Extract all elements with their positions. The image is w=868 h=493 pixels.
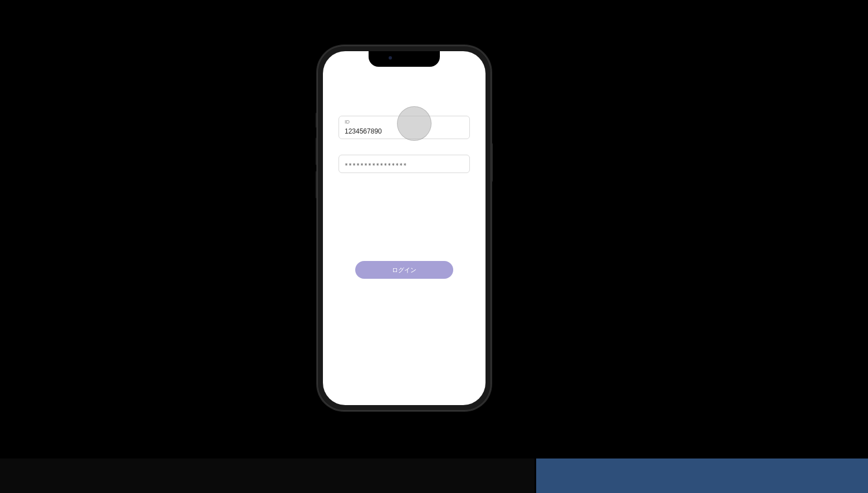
login-button[interactable]: ログイン — [355, 261, 453, 279]
id-input-group[interactable]: ID 1234567890 — [339, 116, 470, 139]
password-field[interactable]: **************** — [345, 158, 464, 170]
phone-volume-up-button — [316, 137, 317, 165]
phone-screen: ID 1234567890 **************** ログイン — [323, 51, 486, 405]
bottom-bar-right — [536, 459, 868, 493]
phone-notch — [369, 51, 440, 67]
login-form: ID 1234567890 **************** ログイン — [323, 51, 486, 279]
phone-volume-down-button — [316, 171, 317, 199]
bottom-bar-left — [0, 459, 534, 493]
password-input-group[interactable]: **************** — [339, 155, 470, 173]
camera-icon — [389, 56, 392, 60]
phone-power-button — [491, 143, 493, 182]
id-field-label: ID — [345, 119, 464, 125]
phone-side-button — [316, 112, 317, 128]
phone-device-frame: ID 1234567890 **************** ログイン — [317, 46, 491, 411]
id-field[interactable]: 1234567890 — [345, 127, 382, 135]
